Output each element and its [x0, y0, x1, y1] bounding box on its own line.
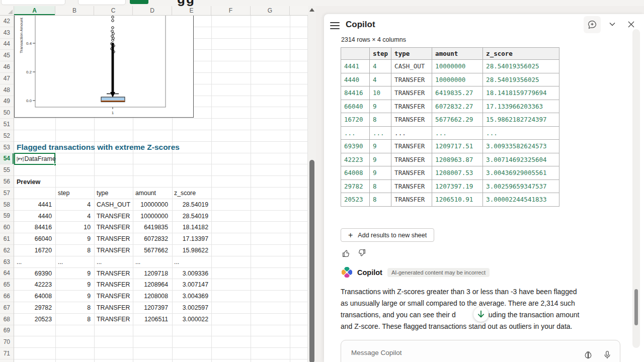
row-header-69[interactable]: 69: [0, 325, 14, 337]
preview-cell[interactable]: TRANSFER: [95, 245, 132, 256]
preview-header-cell[interactable]: step: [56, 188, 92, 199]
column-header-G[interactable]: G: [251, 6, 290, 15]
row-header-45[interactable]: 45: [0, 50, 14, 61]
column-header-B[interactable]: B: [55, 6, 94, 15]
preview-cell[interactable]: 9: [56, 268, 92, 280]
row-header-44[interactable]: 44: [0, 39, 14, 50]
preview-cell[interactable]: TRANSFER: [95, 302, 132, 314]
name-box-partial[interactable]: [1, 0, 65, 5]
preview-header-cell[interactable]: type: [95, 188, 132, 199]
preview-cell[interactable]: TRANSFER: [95, 279, 132, 291]
row-header-51[interactable]: 51: [0, 119, 14, 130]
preview-header-cell[interactable]: z_score: [173, 188, 210, 199]
message-input[interactable]: [350, 348, 541, 357]
row-header-64[interactable]: 64: [0, 268, 14, 280]
preview-cell[interactable]: 4440: [15, 211, 53, 222]
row-header-50[interactable]: 50: [0, 107, 14, 119]
menu-icon[interactable]: [330, 22, 340, 30]
preview-cell[interactable]: 28.54019: [173, 199, 210, 211]
preview-cell[interactable]: TRANSFER: [95, 222, 132, 233]
preview-cell[interactable]: 1209718: [134, 268, 170, 280]
preview-cell[interactable]: 20523: [15, 314, 53, 325]
cell-grid[interactable]: Transaction Amount 0.4 0.2 0.0 1: [14, 16, 308, 362]
preview-cell[interactable]: CASH_OUT: [95, 199, 132, 211]
sheet-scrollbar[interactable]: [308, 6, 316, 362]
row-header-46[interactable]: 46: [0, 61, 14, 73]
row-header-54[interactable]: 54: [0, 153, 14, 165]
preview-cell[interactable]: 3.002597: [173, 302, 210, 314]
add-results-button[interactable]: + Add results to new sheet: [341, 228, 434, 242]
preview-cell[interactable]: 17.13397: [173, 233, 210, 245]
column-header-E[interactable]: E: [172, 6, 211, 15]
preview-cell[interactable]: 3.004369: [173, 291, 210, 302]
preview-cell[interactable]: TRANSFER: [95, 314, 132, 325]
row-header-49[interactable]: 49: [0, 96, 14, 108]
preview-cell[interactable]: 64008: [15, 291, 53, 302]
row-header-62[interactable]: 62: [0, 245, 14, 256]
preview-cell[interactable]: 10000000: [134, 211, 170, 222]
sheet-scrollbar-thumb[interactable]: [309, 160, 314, 362]
preview-cell[interactable]: 66040: [15, 233, 53, 245]
preview-cell[interactable]: 3.009336: [173, 268, 210, 280]
preview-cell[interactable]: 6419835: [134, 222, 170, 233]
row-header-65[interactable]: 65: [0, 279, 14, 291]
thumbs-down-button[interactable]: [357, 249, 366, 258]
preview-cell[interactable]: 1207397: [134, 302, 170, 314]
row-header-47[interactable]: 47: [0, 73, 14, 84]
preview-cell[interactable]: 3.000022: [173, 314, 210, 325]
preview-cell[interactable]: 84416: [15, 222, 53, 233]
row-header-42[interactable]: 42: [0, 16, 14, 27]
preview-cell[interactable]: 1208008: [134, 291, 170, 302]
column-header-C[interactable]: C: [94, 6, 133, 15]
preview-cell[interactable]: ...: [56, 256, 92, 268]
microphone-icon[interactable]: [603, 350, 612, 359]
preview-cell[interactable]: 9: [56, 279, 92, 291]
row-header-43[interactable]: 43: [0, 27, 14, 39]
row-header-71[interactable]: 71: [0, 348, 14, 359]
toolbar-control-partial[interactable]: [78, 0, 126, 5]
new-chat-button[interactable]: [584, 16, 601, 33]
preview-cell[interactable]: 10000000: [134, 199, 170, 211]
preview-cell[interactable]: 4: [56, 199, 92, 211]
thumbs-up-button[interactable]: [342, 249, 351, 258]
collapse-chevron-button[interactable]: [606, 18, 619, 31]
selected-cell-a54[interactable]: [PY]DataFrame: [14, 153, 55, 165]
preview-header-cell[interactable]: amount: [134, 188, 170, 199]
row-header-66[interactable]: 66: [0, 291, 14, 302]
preview-cell[interactable]: 6072832: [134, 233, 170, 245]
green-button-partial[interactable]: [130, 0, 148, 4]
message-input-box[interactable]: [341, 340, 620, 362]
row-header-59[interactable]: 59: [0, 211, 14, 222]
preview-cell[interactable]: 8: [56, 245, 92, 256]
preview-cell[interactable]: 16720: [15, 245, 53, 256]
preview-cell[interactable]: 5677662: [134, 245, 170, 256]
fill-handle[interactable]: [54, 163, 56, 166]
column-header-F[interactable]: F: [211, 6, 251, 15]
preview-cell[interactable]: 18.14182: [173, 222, 210, 233]
preview-cell[interactable]: 1208964: [134, 279, 170, 291]
preview-cell[interactable]: 15.98622: [173, 245, 210, 256]
column-header-A[interactable]: A: [14, 6, 55, 15]
row-header-63[interactable]: 63: [0, 256, 14, 268]
row-header-67[interactable]: 67: [0, 302, 14, 314]
boxplot-chart[interactable]: Transaction Amount 0.4 0.2 0.0 1: [14, 16, 194, 118]
row-header-56[interactable]: 56: [0, 176, 14, 188]
preview-cell[interactable]: 9: [56, 291, 92, 302]
preview-cell[interactable]: 3.007147: [173, 279, 210, 291]
preview-cell[interactable]: 28.54019: [173, 211, 210, 222]
scroll-up-arrow-icon[interactable]: [309, 8, 314, 12]
row-header-70[interactable]: 70: [0, 336, 14, 348]
row-header-53[interactable]: 53: [0, 142, 14, 153]
preview-cell[interactable]: 29782: [15, 302, 53, 314]
preview-cell[interactable]: ...: [15, 256, 53, 268]
row-header-58[interactable]: 58: [0, 199, 14, 211]
column-header-D[interactable]: D: [133, 6, 172, 15]
preview-cell[interactable]: 1206511: [134, 314, 170, 325]
panel-scrollbar[interactable]: [632, 29, 640, 348]
ai-brain-icon[interactable]: [584, 350, 593, 359]
row-header-57[interactable]: 57: [0, 188, 14, 199]
preview-cell[interactable]: 10: [56, 222, 92, 233]
preview-cell[interactable]: TRANSFER: [95, 291, 132, 302]
preview-cell[interactable]: TRANSFER: [95, 233, 132, 245]
preview-cell[interactable]: TRANSFER: [95, 211, 132, 222]
